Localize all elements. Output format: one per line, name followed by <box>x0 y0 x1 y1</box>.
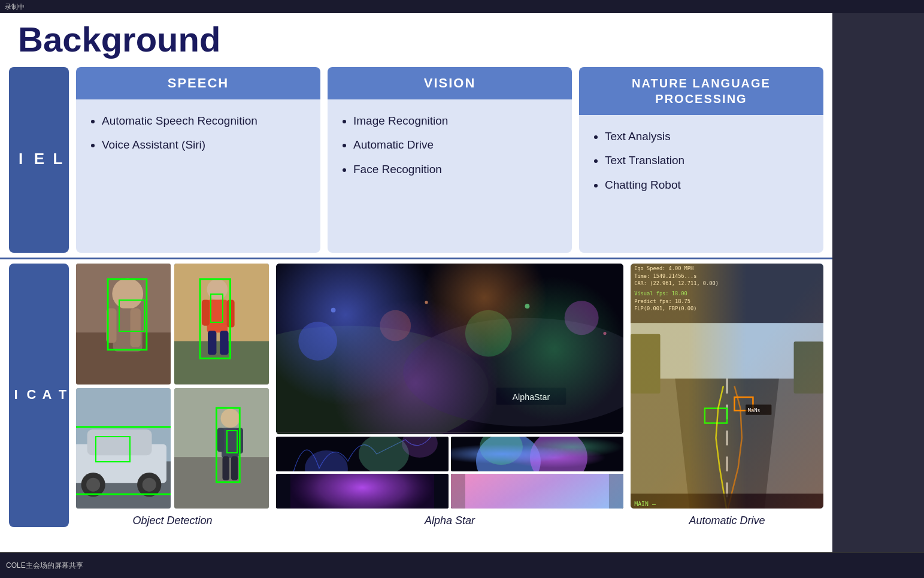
svg-text:MaNs: MaNs <box>748 407 761 413</box>
svg-rect-53 <box>451 437 623 471</box>
svg-point-41 <box>331 308 336 313</box>
alphastar-sub-grid: Raw Observations Neural Network Activati… <box>276 437 623 509</box>
status-bar: 录制中 <box>0 0 924 13</box>
bottom-bar: COLE主会场的屏幕共享 <box>0 552 924 578</box>
vision-item-1: Image Recognition <box>353 111 557 131</box>
svg-point-38 <box>380 310 411 341</box>
slide-area: Background FIELD SPEECH Automatic Speech… <box>0 13 832 552</box>
svg-point-55 <box>530 437 587 471</box>
od-image-person <box>76 264 171 385</box>
speech-body: Automatic Speech Recognition Voice Assis… <box>76 99 320 253</box>
svg-point-23 <box>143 477 156 491</box>
svg-rect-32 <box>231 456 238 480</box>
vision-item-2: Automatic Drive <box>353 135 557 155</box>
svg-point-44 <box>604 332 607 335</box>
autodrive-section: Ego Speed: 4.00 MPH Time: 1549.21456...s… <box>631 264 823 527</box>
svg-rect-67 <box>631 379 823 509</box>
application-section: APLICATION <box>9 264 823 527</box>
svg-rect-81 <box>746 404 771 414</box>
svg-point-39 <box>465 310 512 357</box>
nlp-item-2: Text Translation <box>605 151 808 170</box>
svg-text:CAR: (22.961, 12.711, 0.00): CAR: (22.961, 12.711, 0.00) <box>634 280 719 286</box>
alphastar-outcome-prediction: Win Lose Outcome Prediction <box>451 474 623 509</box>
nlp-card: NATURE LANGUAGEPROCESSING Text Analysis … <box>579 67 823 253</box>
speech-item-2: Voice Assistant (Siri) <box>102 135 305 155</box>
svg-text:Predict fps: 18.75: Predict fps: 18.75 <box>634 298 690 304</box>
svg-point-56 <box>480 437 523 465</box>
bottom-bar-text: COLE主会场的屏幕共享 <box>6 561 83 571</box>
svg-rect-19 <box>87 429 152 455</box>
svg-point-27 <box>221 408 240 428</box>
slide-title: Background <box>18 19 220 59</box>
speech-header: SPEECH <box>76 67 320 99</box>
nlp-body: Text Analysis Text Translation Chatting … <box>579 115 823 253</box>
vision-body: Image Recognition Automatic Drive Face R… <box>328 99 572 253</box>
svg-rect-72 <box>631 264 823 323</box>
svg-rect-71 <box>793 341 823 394</box>
svg-text:Time: 1549.21456...s: Time: 1549.21456...s <box>634 273 696 279</box>
svg-text:MAIN —: MAIN — <box>634 501 656 507</box>
svg-rect-28 <box>222 428 239 458</box>
alphastar-label: Alpha Star <box>276 515 623 527</box>
svg-point-9 <box>207 279 228 300</box>
right-panel-content <box>832 13 924 25</box>
svg-text:FLP(0.001, FBP(0.00): FLP(0.001, FBP(0.00) <box>634 305 696 311</box>
svg-rect-11 <box>202 299 210 325</box>
svg-rect-70 <box>631 334 661 394</box>
alphastar-main-image: AlphaStar <box>276 264 623 434</box>
svg-point-35 <box>276 326 489 434</box>
speech-card: SPEECH Automatic Speech Recognition Voic… <box>76 67 320 253</box>
od-image-car <box>76 388 171 509</box>
svg-point-54 <box>476 437 541 471</box>
object-detection-label: Object Detection <box>76 515 269 527</box>
svg-rect-83 <box>631 494 823 509</box>
svg-rect-34 <box>276 264 623 434</box>
status-text: 录制中 <box>5 2 25 11</box>
svg-rect-80 <box>734 397 753 410</box>
od-image-person3 <box>174 388 269 509</box>
alphastar-considered-location: Considered Location <box>276 474 449 509</box>
svg-marker-68 <box>675 379 778 509</box>
object-detection-section: Object Detection <box>76 264 269 527</box>
field-label-text: FIELD <box>0 150 86 170</box>
application-label-box: APLICATION <box>9 264 69 527</box>
svg-rect-29 <box>217 428 225 452</box>
svg-rect-14 <box>220 331 228 355</box>
svg-rect-45 <box>496 388 566 405</box>
svg-point-42 <box>425 301 428 304</box>
svg-point-43 <box>525 304 530 308</box>
od-image-person2 <box>174 264 269 385</box>
svg-point-50 <box>359 437 409 471</box>
vision-card: VISION Image Recognition Automatic Drive… <box>328 67 572 253</box>
field-label-box: FIELD <box>9 67 69 253</box>
svg-point-21 <box>86 477 100 491</box>
svg-rect-59 <box>290 474 434 509</box>
svg-rect-10 <box>207 299 228 332</box>
svg-text:AlphaStar: AlphaStar <box>513 392 550 402</box>
nlp-item-1: Text Analysis <box>605 127 808 146</box>
svg-rect-13 <box>208 331 216 355</box>
autodrive-label: Automatic Drive <box>631 515 823 527</box>
svg-point-36 <box>403 318 623 426</box>
svg-text:Ego Speed: 4.00 MPH: Ego Speed: 4.00 MPH <box>634 265 693 271</box>
right-panel <box>832 13 924 552</box>
svg-point-2 <box>112 278 143 309</box>
svg-point-40 <box>565 301 599 335</box>
svg-rect-62 <box>465 474 609 509</box>
vision-header: VISION <box>328 67 572 99</box>
nlp-item-3: Chatting Robot <box>605 175 808 195</box>
svg-rect-5 <box>131 308 141 347</box>
speech-item-1: Automatic Speech Recognition <box>102 111 305 131</box>
alphastar-section: AlphaStar Raw Observations <box>276 264 623 527</box>
svg-point-37 <box>298 322 337 361</box>
svg-rect-79 <box>705 408 727 423</box>
svg-text:Visual fps: 18.00: Visual fps: 18.00 <box>634 290 687 296</box>
od-images-grid <box>76 264 269 509</box>
nlp-header: NATURE LANGUAGEPROCESSING <box>579 67 823 115</box>
vision-item-3: Face Recognition <box>353 160 557 179</box>
svg-rect-66 <box>631 264 823 509</box>
svg-rect-31 <box>223 456 230 480</box>
alphastar-nn-activations: Neural Network Activations <box>451 437 623 471</box>
field-section: FIELD SPEECH Automatic Speech Recognitio… <box>9 67 823 253</box>
section-divider <box>0 258 832 259</box>
